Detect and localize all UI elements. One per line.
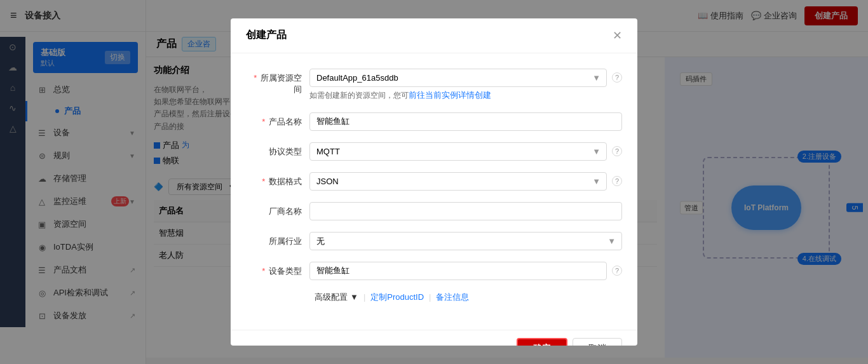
format-help-icon[interactable]: ?	[612, 176, 622, 186]
modal-title: 创建产品	[246, 29, 287, 42]
resource-label-name: 所属资源空间	[261, 73, 302, 94]
advanced-sep2: |	[429, 292, 431, 302]
required-star-format: *	[262, 177, 265, 186]
advanced-label-text: 高级配置	[315, 292, 348, 303]
device-type-label: * 设备类型	[246, 262, 309, 277]
protocol-label-text: 协议类型	[269, 147, 302, 156]
format-input-row: JSON 二进制码流 ▼ ?	[309, 172, 622, 191]
modal-header: 创建产品 ✕	[231, 18, 637, 53]
protocol-field: MQTT CoAP HTTP ▼ ?	[309, 142, 622, 161]
product-name-label: * 产品名称	[246, 112, 309, 128]
device-type-label-text: 设备类型	[269, 266, 302, 276]
device-type-input-row: ?	[309, 262, 622, 280]
advanced-config-row: 高级配置 ▼ | 定制ProductID | 备注信息	[246, 292, 622, 303]
form-row-resource: * 所属资源空间 DefaultApp_61a5sddb ▼ ?	[246, 69, 622, 101]
form-row-data-format: * 数据格式 JSON 二进制码流 ▼ ?	[246, 172, 622, 191]
data-format-label-text: 数据格式	[269, 177, 302, 186]
cancel-button[interactable]: 取消	[573, 338, 622, 346]
data-format-select[interactable]: JSON 二进制码流	[309, 172, 607, 191]
advanced-sep: |	[363, 292, 365, 302]
resource-input-row: DefaultApp_61a5sddb ▼ ?	[309, 69, 622, 87]
advanced-arrow: ▼	[350, 292, 358, 302]
industry-select[interactable]: 无 智慧城市 智慧农业	[309, 232, 622, 250]
device-type-field: ?	[309, 262, 622, 280]
industry-label-text: 所属行业	[269, 236, 302, 246]
protocol-label: 协议类型	[246, 142, 309, 158]
industry-label: 所属行业	[246, 232, 309, 247]
resource-help-icon[interactable]: ?	[612, 72, 622, 83]
protocol-select-wrap: MQTT CoAP HTTP ▼	[309, 142, 607, 161]
required-star-device: *	[262, 266, 265, 276]
modal-footer: 确定 取消	[231, 330, 637, 346]
resource-select-wrap: DefaultApp_61a5sddb ▼	[309, 69, 607, 87]
modal-close-button[interactable]: ✕	[613, 29, 622, 43]
product-name-field	[309, 112, 622, 131]
product-name-input[interactable]	[309, 112, 622, 131]
protocol-input-row: MQTT CoAP HTTP ▼ ?	[309, 142, 622, 161]
modal-body: * 所属资源空间 DefaultApp_61a5sddb ▼ ?	[231, 53, 637, 330]
form-row-protocol: 协议类型 MQTT CoAP HTTP ▼ ?	[246, 142, 622, 161]
data-format-field: JSON 二进制码流 ▼ ?	[309, 172, 622, 191]
device-type-help-icon[interactable]: ?	[612, 266, 622, 276]
form-row-device-type: * 设备类型 ?	[246, 262, 622, 280]
resource-hint: 如需创建新的资源空间，您可前往当前实例详情创建	[309, 90, 622, 101]
required-star-name: *	[262, 117, 265, 126]
form-row-manufacturer: 厂商名称	[246, 202, 622, 220]
required-star-resource: *	[254, 73, 257, 83]
resource-space-select[interactable]: DefaultApp_61a5sddb	[309, 69, 607, 87]
resource-field: DefaultApp_61a5sddb ▼ ? 如需创建新的资源空间，您可前往当…	[309, 69, 622, 101]
resource-hint-link[interactable]: 前往当前实例详情创建	[409, 90, 491, 100]
form-row-product-name: * 产品名称	[246, 112, 622, 131]
manufacturer-label: 厂商名称	[246, 202, 309, 217]
industry-field: 无 智慧城市 智慧农业 ▼	[309, 232, 622, 250]
manufacturer-label-text: 厂商名称	[269, 206, 302, 216]
advanced-config-toggle[interactable]: 高级配置 ▼	[315, 292, 358, 303]
resource-label-text: * 所属资源空间	[246, 69, 309, 95]
confirm-button[interactable]: 确定	[517, 338, 567, 346]
form-row-industry: 所属行业 无 智慧城市 智慧农业 ▼	[246, 232, 622, 250]
device-type-input[interactable]	[309, 262, 607, 280]
protocol-select[interactable]: MQTT CoAP HTTP	[309, 142, 607, 161]
remark-info-link[interactable]: 备注信息	[436, 292, 469, 303]
create-product-modal: 创建产品 ✕ * 所属资源空间 DefaultApp_61a5sddb ▼	[231, 18, 637, 346]
format-select-wrap: JSON 二进制码流 ▼	[309, 172, 607, 191]
industry-select-wrap: 无 智慧城市 智慧农业 ▼	[309, 232, 622, 250]
manufacturer-input[interactable]	[309, 202, 622, 220]
manufacturer-field	[309, 202, 622, 220]
data-format-label: * 数据格式	[246, 172, 309, 187]
custom-productid-link[interactable]: 定制ProductID	[370, 292, 424, 303]
modal-overlay[interactable]: 创建产品 ✕ * 所属资源空间 DefaultApp_61a5sddb ▼	[0, 0, 868, 364]
product-name-label-text: 产品名称	[269, 117, 302, 126]
protocol-help-icon[interactable]: ?	[612, 146, 622, 156]
